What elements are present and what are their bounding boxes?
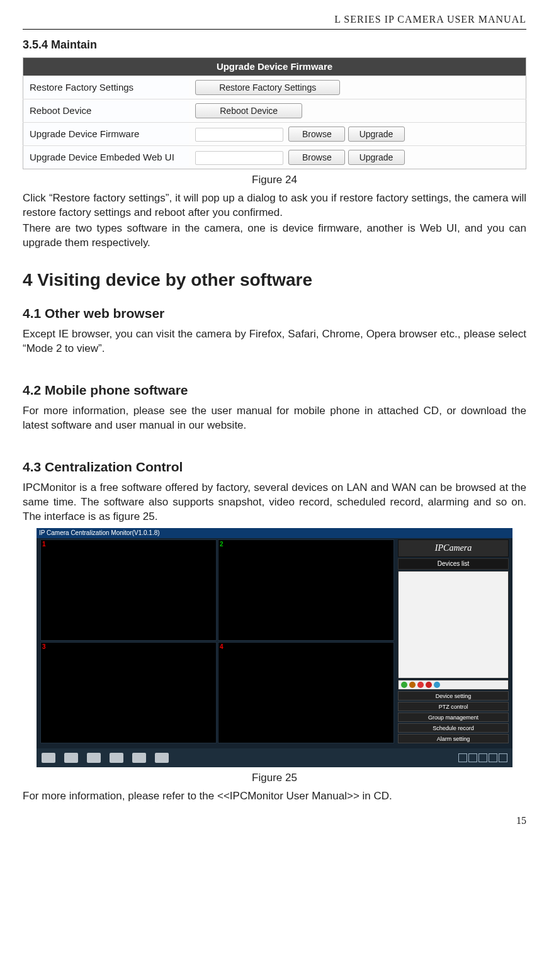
figure-25-caption: Figure 25	[23, 771, 526, 786]
fig24-row4-label: Upgrade Device Embeded Web UI	[23, 146, 190, 169]
heading-42: 4.2 Mobile phone software	[23, 381, 526, 399]
video-pane-3[interactable]: 3	[40, 642, 217, 743]
layout-btn-1[interactable]	[458, 753, 467, 762]
video-pane-1[interactable]: 1	[40, 539, 217, 641]
webui-path-input[interactable]	[195, 151, 283, 165]
webui-browse-button[interactable]: Browse	[288, 150, 345, 165]
side-panel: IPCamera Devices list Device setting PTZ…	[398, 539, 509, 743]
delete-icon[interactable]	[426, 682, 432, 688]
firmware-path-input[interactable]	[195, 128, 283, 142]
stop-icon[interactable]	[417, 682, 424, 688]
heading-354: 3.5.4 Maintain	[23, 37, 526, 52]
figure-24-table: Upgrade Device Firmware Restore Factory …	[23, 57, 526, 169]
ptz-control-button[interactable]: PTZ control	[398, 702, 509, 711]
devices-list[interactable]	[398, 571, 509, 679]
toolbar-icon-2[interactable]	[64, 753, 78, 763]
refresh-icon[interactable]	[434, 682, 440, 688]
webui-upgrade-button[interactable]: Upgrade	[348, 150, 405, 165]
toolbar-icon-1[interactable]	[42, 753, 55, 763]
layout-btn-4[interactable]	[489, 753, 497, 762]
page-number: 15	[23, 814, 526, 828]
fig24-row2-label: Reboot Device	[23, 99, 190, 123]
devices-list-header[interactable]: Devices list	[398, 558, 509, 570]
group-management-button[interactable]: Group management	[398, 712, 509, 722]
layout-buttons	[458, 753, 507, 762]
ipcamera-logo: IPCamera	[398, 539, 509, 557]
paragraph-42: For more information, please see the use…	[23, 404, 526, 433]
layout-btn-5[interactable]	[499, 753, 507, 762]
paragraph-ipcmonitor-manual: For more information, please refer to th…	[23, 789, 526, 804]
toolbar-icon-3[interactable]	[87, 753, 101, 763]
figure-24-caption: Figure 24	[23, 173, 526, 188]
firmware-upgrade-button[interactable]: Upgrade	[348, 127, 405, 142]
video-pane-2[interactable]: 2	[218, 539, 394, 641]
fig24-row3-label: Upgrade Device Firmware	[23, 123, 190, 146]
heading-41: 4.1 Other web browser	[23, 305, 526, 322]
heading-43: 4.3 Centralization Control	[23, 458, 526, 476]
restore-factory-button[interactable]: Restore Factory Settings	[195, 80, 340, 95]
device-setting-button[interactable]: Device setting	[398, 691, 509, 701]
heading-chapter-4: 4 Visiting device by other software	[23, 268, 526, 292]
toolbar-icon-5[interactable]	[132, 753, 146, 763]
paragraph-firmware-types: There are two types software in the came…	[23, 222, 526, 251]
paragraph-restore: Click “Restore factory settings”, it wil…	[23, 191, 526, 220]
figure-25-screenshot: IP Camera Centralization Monitor(V1.0.1.…	[37, 528, 512, 767]
ipcmonitor-titlebar: IP Camera Centralization Monitor(V1.0.1.…	[37, 528, 512, 538]
running-header: L SERIES IP CAMERA USER MANUAL	[23, 13, 526, 30]
toolbar-icon-4[interactable]	[110, 753, 123, 763]
paragraph-43: IPCMonitor is a free software offered by…	[23, 481, 526, 524]
add-icon[interactable]	[401, 682, 407, 688]
fig24-title: Upgrade Device Firmware	[23, 57, 526, 76]
video-pane-4[interactable]: 4	[218, 642, 394, 743]
layout-btn-2[interactable]	[468, 753, 477, 762]
layout-btn-3[interactable]	[478, 753, 487, 762]
remove-icon[interactable]	[409, 682, 416, 688]
reboot-device-button[interactable]: Reboot Device	[195, 103, 302, 118]
bottom-toolbar	[37, 748, 512, 767]
video-grid: 1 2 3 4	[40, 539, 394, 743]
alarm-setting-button[interactable]: Alarm setting	[398, 734, 509, 743]
fig24-row1-label: Restore Factory Settings	[23, 76, 190, 99]
paragraph-41: Except IE browser, you can visit the cam…	[23, 327, 526, 356]
schedule-record-button[interactable]: Schedule record	[398, 723, 509, 733]
firmware-browse-button[interactable]: Browse	[288, 127, 345, 142]
side-icon-row[interactable]	[398, 680, 509, 690]
toolbar-icon-6[interactable]	[155, 753, 169, 763]
